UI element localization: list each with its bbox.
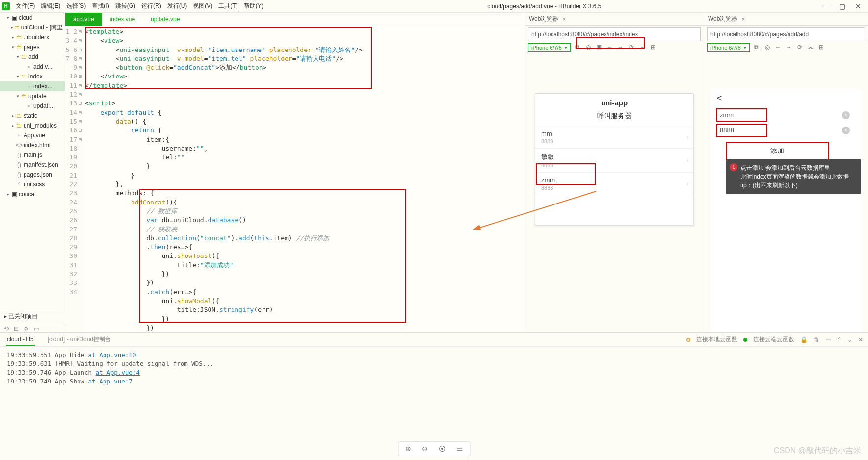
tree-node[interactable]: ()manifest.json — [0, 160, 65, 170]
list-item[interactable]: 敏敏8888› — [535, 149, 693, 173]
tree-node[interactable]: ▸🗀uni_modules — [0, 121, 65, 130]
window-controls[interactable]: — ▢ ✕ — [822, 2, 866, 10]
list-item[interactable]: mm8888› — [535, 126, 693, 149]
sync-icon[interactable]: ⟲ — [4, 325, 9, 332]
zoom-toolbar[interactable]: ⊕ ⊖ ⦿ ▭ — [398, 441, 470, 456]
tree-node[interactable]: ▫add.v... — [0, 62, 65, 72]
clear-icon[interactable]: × — [842, 111, 850, 119]
tree-node[interactable]: ▸🗀.hbuilderx — [0, 32, 65, 42]
menu-item[interactable]: 跳转(G) — [112, 1, 138, 11]
collapse-up-icon[interactable]: ⌃ — [837, 336, 842, 343]
device-selector[interactable]: iPhone 6/7/8▾ — [528, 43, 571, 52]
tree-node[interactable]: ▾🗀update — [0, 91, 65, 101]
menu-item[interactable]: 选择(S) — [63, 1, 89, 11]
status-cloud: 连接云端云函数 — [753, 335, 794, 344]
collapse-icon[interactable]: ⊟ — [14, 325, 19, 332]
refresh-icon[interactable]: ⟳ — [628, 44, 635, 51]
browser-tab-bar: Web浏览器 × — [704, 13, 868, 26]
link-icon[interactable]: ⫘ — [807, 44, 815, 51]
grid-icon[interactable]: ⊞ — [649, 44, 657, 51]
tree-node[interactable]: ▾🗀index — [0, 72, 65, 81]
tree-node[interactable]: ▫updat... — [0, 101, 65, 111]
tree-node[interactable]: ᶜuni.scss — [0, 179, 65, 189]
device-selector[interactable]: iPhone 6/7/8▾ — [707, 43, 750, 52]
lock-icon[interactable]: 🔒 — [800, 336, 808, 343]
dock-icon[interactable]: ▭ — [825, 336, 831, 343]
tree-node[interactable]: ▸🗀static — [0, 111, 65, 121]
tree-node[interactable]: ▾▣cloud — [0, 13, 65, 23]
tree-node[interactable]: ▸▣concat — [0, 189, 65, 199]
zoom-out-icon[interactable]: ⊖ — [422, 445, 428, 453]
watermark: CSDN @敲代码的小吉米 — [774, 446, 861, 456]
new-window-icon[interactable]: ⧉ — [753, 44, 761, 51]
menu-item[interactable]: 发行(U) — [164, 1, 190, 11]
tree-node[interactable]: ▫App.vue — [0, 130, 65, 140]
new-window-icon[interactable]: ⧉ — [574, 44, 581, 51]
tel-input[interactable]: 8888× — [716, 124, 767, 137]
zoom-reset-icon[interactable]: ⦿ — [439, 445, 446, 453]
menu-item[interactable]: 编辑(E) — [38, 1, 63, 11]
menu-item[interactable]: 帮助(Y) — [241, 1, 266, 11]
close-panel-icon[interactable]: ✕ — [858, 336, 863, 343]
console-tab-unicloud[interactable]: [cloud] - uniCloud控制台 — [47, 333, 112, 346]
menu-item[interactable]: 查找(I) — [89, 1, 112, 11]
target-icon[interactable]: ◎ — [584, 44, 592, 51]
tree-node[interactable]: ▾🗀add — [0, 52, 65, 62]
collapse-down-icon[interactable]: ⌄ — [847, 336, 852, 343]
tab-close-icon[interactable]: × — [562, 16, 566, 23]
editor-tab[interactable]: add.vue — [65, 13, 102, 26]
menu-item[interactable]: 运行(R) — [138, 1, 164, 11]
settings-icon[interactable]: ⚙ — [24, 325, 29, 332]
editor-tab[interactable]: update.vue — [143, 13, 187, 26]
tree-node[interactable]: ▫index.... — [0, 81, 65, 91]
link-icon[interactable]: ⫘ — [638, 44, 646, 51]
closed-projects[interactable]: ▸ 已关闭项目 — [0, 310, 65, 323]
app-logo: H — [2, 2, 10, 10]
tree-node[interactable]: ()pages.json — [0, 170, 65, 179]
grid-icon[interactable]: ⊞ — [817, 44, 825, 51]
menu-item[interactable]: 文件(F) — [13, 1, 38, 11]
sidebar-footer: ⟲ ⊟ ⚙ ▭ — [0, 323, 65, 333]
url-input[interactable]: http://localhost:8080/#/pages/add/add — [707, 27, 865, 41]
chevron-down-icon: ▾ — [565, 45, 567, 50]
list-item[interactable]: zmm8888› — [535, 173, 693, 195]
phone-preview-add: < zmm× 8888× 添加 1 点击添加 会添加到后台云数据库里 此时ind… — [711, 88, 861, 343]
phone-preview-index: uni-app 呼叫服务器 mm8888›敏敏8888›zmm8888› — [535, 93, 694, 226]
main-menu[interactable]: 文件(F)编辑(E)选择(S)查找(I)跳转(G)运行(R)发行(U)视图(V)… — [13, 1, 266, 11]
tree-node[interactable]: ()main.js — [0, 150, 65, 160]
editor-tab[interactable]: index.vue — [102, 13, 143, 26]
fit-icon[interactable]: ▭ — [456, 445, 463, 453]
editor-tabs[interactable]: add.vueindex.vueupdate.vue — [65, 13, 525, 26]
close-icon[interactable]: ✕ — [855, 2, 861, 10]
url-input[interactable]: http://localhost:8080/#/pages/index/inde… — [528, 27, 701, 41]
menu-item[interactable]: 工具(T) — [215, 1, 240, 11]
console-output[interactable]: 19:33:59.551 App Hide at App.vue:1019:33… — [0, 347, 868, 390]
add-button[interactable]: 添加 — [726, 142, 829, 160]
back-chevron-icon[interactable]: < — [711, 88, 861, 106]
username-input[interactable]: zmm× — [716, 108, 767, 122]
terminal-icon[interactable]: ▭ — [34, 325, 39, 332]
target-icon[interactable]: ◎ — [763, 44, 771, 51]
menu-item[interactable]: 视图(V) — [190, 1, 215, 11]
annotation-tooltip: 1 点击添加 会添加到后台云数据库里 此时index页面渲染的数据就会添加此数据… — [726, 159, 861, 194]
forward-icon[interactable]: → — [785, 44, 793, 51]
console-tab-h5[interactable]: cloud - H5 — [6, 334, 35, 346]
minimize-icon[interactable]: — — [822, 2, 829, 10]
forward-icon[interactable]: → — [617, 44, 625, 51]
tree-node[interactable]: ▾🗀pages — [0, 42, 65, 52]
snapshot-icon[interactable]: ▣ — [595, 44, 603, 51]
maximize-icon[interactable]: ▢ — [839, 2, 845, 10]
tree-node[interactable]: ▸🗀uniCloud - [阿里 — [0, 23, 65, 32]
tree-node[interactable]: <>index.html — [0, 140, 65, 150]
clear-icon[interactable]: × — [842, 127, 850, 134]
trash-icon[interactable]: 🗑 — [814, 336, 819, 343]
back-icon[interactable]: ← — [774, 44, 782, 51]
console-tabs[interactable]: cloud - H5 [cloud] - uniCloud控制台 连接本地云函数… — [0, 333, 868, 347]
refresh-icon[interactable]: ⟳ — [796, 44, 804, 51]
browser-toolbar: iPhone 6/7/8▾ ⧉ ◎ ▣ ← → ⟳ ⫘ ⊞ — [525, 41, 704, 54]
status-dot-cloud — [743, 338, 747, 342]
tab-close-icon[interactable]: × — [741, 16, 745, 23]
titlebar: H 文件(F)编辑(E)选择(S)查找(I)跳转(G)运行(R)发行(U)视图(… — [0, 0, 868, 13]
back-icon[interactable]: ← — [606, 44, 614, 51]
zoom-in-icon[interactable]: ⊕ — [405, 445, 411, 453]
